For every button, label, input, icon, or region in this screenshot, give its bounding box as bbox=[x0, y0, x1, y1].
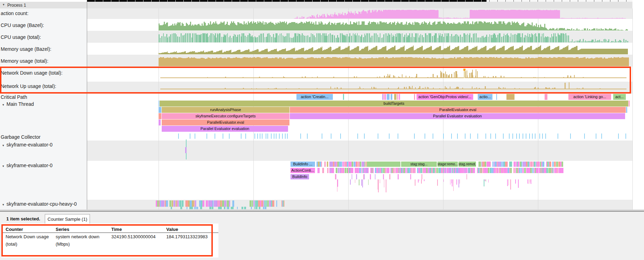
trace-sliver[interactable] bbox=[390, 168, 391, 173]
trace-sliver[interactable] bbox=[380, 168, 382, 173]
trace-sliver[interactable] bbox=[535, 168, 536, 173]
trace-sliver[interactable] bbox=[486, 162, 489, 167]
trace-sliver[interactable] bbox=[352, 174, 352, 179]
trace-sliver[interactable] bbox=[282, 200, 284, 207]
trace-sliver[interactable] bbox=[364, 168, 365, 173]
trace-sliver[interactable] bbox=[241, 207, 243, 209]
trace-sliver[interactable] bbox=[401, 168, 402, 173]
trace-sliver[interactable] bbox=[532, 162, 533, 167]
trace-sliver[interactable] bbox=[331, 168, 333, 173]
trace-sliver[interactable] bbox=[477, 168, 478, 173]
trace-sliver[interactable] bbox=[229, 200, 230, 207]
trace-sliver[interactable] bbox=[263, 207, 264, 209]
trace-sliver[interactable] bbox=[253, 200, 255, 207]
trace-sliver[interactable] bbox=[187, 200, 188, 207]
trace-sliver[interactable] bbox=[389, 174, 390, 179]
trace-sliver[interactable] bbox=[420, 168, 421, 173]
trace-span[interactable] bbox=[384, 94, 385, 100]
trace-sliver[interactable] bbox=[338, 168, 339, 173]
trace-span[interactable]: ParallelEvaluator.eval bbox=[162, 119, 289, 125]
trace-sliver[interactable] bbox=[482, 162, 483, 167]
trace-sliver[interactable] bbox=[382, 168, 383, 173]
trace-sliver[interactable] bbox=[190, 200, 192, 207]
trace-span[interactable] bbox=[496, 94, 497, 100]
trace-sliver[interactable] bbox=[333, 162, 335, 167]
trace-span[interactable] bbox=[399, 94, 400, 100]
trace-sliver[interactable] bbox=[366, 168, 368, 173]
trace-sliver[interactable] bbox=[251, 207, 252, 209]
trace-sliver[interactable] bbox=[366, 162, 367, 167]
trace-sliver[interactable] bbox=[214, 200, 215, 207]
counter-chart-mem-bazel[interactable] bbox=[159, 45, 628, 54]
trace-sliver[interactable] bbox=[284, 200, 285, 207]
trace-sliver[interactable] bbox=[537, 168, 539, 173]
trace-sliver[interactable] bbox=[276, 200, 277, 207]
trace-sliver[interactable] bbox=[370, 168, 372, 173]
trace-sliver[interactable] bbox=[410, 174, 411, 179]
trace-sliver[interactable] bbox=[421, 174, 422, 179]
trace-sliver[interactable] bbox=[526, 168, 527, 173]
trace-span[interactable] bbox=[626, 107, 627, 113]
trace-sliver[interactable] bbox=[481, 162, 481, 167]
trace-span[interactable] bbox=[394, 94, 397, 100]
trace-sliver[interactable] bbox=[263, 200, 264, 207]
trace-sliver[interactable] bbox=[467, 174, 467, 179]
trace-sliver[interactable] bbox=[421, 168, 422, 173]
trace-sliver[interactable] bbox=[384, 168, 385, 173]
trace-sliver[interactable] bbox=[361, 168, 362, 173]
trace-sliver[interactable] bbox=[414, 168, 415, 173]
trace-span[interactable]: stag.remot... bbox=[458, 162, 476, 167]
trace-sliver[interactable] bbox=[398, 174, 399, 179]
trace-sliver[interactable] bbox=[232, 207, 233, 209]
trace-span[interactable]: action 'Creatin... bbox=[296, 94, 333, 100]
trace-span[interactable] bbox=[397, 94, 398, 100]
trace-sliver[interactable] bbox=[497, 168, 498, 173]
trace-sliver[interactable] bbox=[212, 200, 214, 207]
trace-sliver[interactable] bbox=[399, 168, 399, 173]
trace-sliver[interactable] bbox=[470, 168, 471, 173]
trace-sliver[interactable] bbox=[483, 168, 484, 173]
trace-sliver[interactable] bbox=[388, 168, 389, 173]
trace-sliver[interactable] bbox=[447, 168, 449, 173]
trace-sliver[interactable] bbox=[504, 168, 505, 173]
trace-span[interactable] bbox=[159, 113, 161, 119]
trace-sliver[interactable] bbox=[244, 207, 246, 209]
trace-sliver[interactable] bbox=[422, 168, 424, 173]
trace-sliver[interactable] bbox=[281, 200, 282, 207]
trace-sliver[interactable] bbox=[541, 168, 542, 173]
trace-sliver[interactable] bbox=[465, 168, 466, 173]
trace-sliver[interactable] bbox=[485, 162, 486, 167]
trace-sliver[interactable] bbox=[324, 162, 326, 167]
trace-sliver[interactable] bbox=[507, 168, 509, 173]
trace-sliver[interactable] bbox=[433, 168, 434, 173]
trace-sliver[interactable] bbox=[464, 168, 465, 173]
trace-sliver[interactable] bbox=[283, 200, 284, 207]
trace-span[interactable]: action 'Linking go... bbox=[568, 94, 611, 100]
trace-sliver[interactable] bbox=[458, 168, 460, 173]
trace-sliver[interactable] bbox=[212, 207, 214, 209]
trace-sliver[interactable] bbox=[364, 174, 365, 179]
trace-sliver[interactable] bbox=[363, 162, 365, 167]
trace-sliver[interactable] bbox=[509, 168, 510, 173]
trace-sliver[interactable] bbox=[436, 168, 438, 173]
trace-sliver[interactable] bbox=[518, 162, 519, 167]
trace-sliver[interactable] bbox=[560, 168, 562, 173]
trace-sliver[interactable] bbox=[327, 168, 328, 173]
trace-sliver[interactable] bbox=[502, 162, 504, 167]
trace-sliver[interactable] bbox=[331, 162, 333, 167]
trace-sliver[interactable] bbox=[356, 168, 357, 173]
trace-sliver[interactable] bbox=[318, 162, 320, 167]
trace-span[interactable] bbox=[343, 94, 344, 100]
trace-sliver[interactable] bbox=[501, 168, 502, 173]
trace-sliver[interactable] bbox=[430, 168, 431, 173]
trace-sliver[interactable] bbox=[404, 168, 405, 173]
trace-span[interactable] bbox=[629, 101, 630, 107]
trace-sliver[interactable] bbox=[359, 168, 361, 173]
trace-sliver[interactable] bbox=[180, 207, 182, 209]
trace-sliver[interactable] bbox=[220, 200, 221, 207]
trace-sliver[interactable] bbox=[554, 162, 556, 167]
trace-sliver[interactable] bbox=[173, 200, 175, 207]
trace-sliver[interactable] bbox=[412, 168, 414, 173]
trace-sliver[interactable] bbox=[417, 168, 419, 173]
trace-sliver[interactable] bbox=[370, 174, 371, 179]
